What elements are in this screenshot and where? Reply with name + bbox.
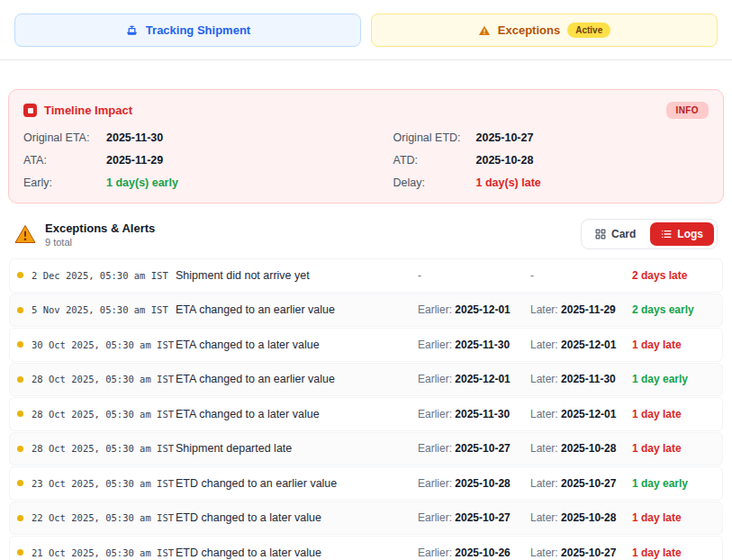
log-earlier-value: 2025-10-28	[455, 477, 510, 490]
field-label: Original ETA:	[23, 131, 106, 144]
log-later-value: 2025-11-29	[561, 303, 616, 316]
log-description: ETA changed to a later value	[176, 408, 418, 420]
log-later: Later: 2025-11-29	[530, 303, 632, 316]
log-row[interactable]: 21 Oct 2025, 05:30 am ISTETD changed to …	[9, 536, 723, 560]
log-later-label: Later:	[530, 442, 561, 455]
section-divider	[0, 59, 732, 60]
log-later: Later: 2025-12-01	[530, 339, 632, 351]
log-status: 1 day late	[632, 408, 715, 420]
log-status: 1 day late	[632, 442, 715, 455]
field-value: 1 day(s) early	[106, 176, 178, 189]
log-earlier-value: 2025-10-27	[455, 442, 510, 455]
card-view-label: Card	[611, 228, 636, 240]
timeline-field: Original ETD:2025-10-27	[393, 131, 709, 144]
ship-icon	[125, 23, 139, 37]
list-icon	[661, 229, 672, 239]
log-description: ETA changed to a later value	[176, 339, 418, 351]
log-earlier-label: Earlier:	[418, 546, 455, 559]
log-row[interactable]: 28 Oct 2025, 05:30 am ISTShipment depart…	[9, 432, 723, 466]
warning-icon	[478, 24, 491, 37]
log-later-value: 2025-12-01	[561, 408, 616, 420]
log-later-label: Later:	[530, 477, 561, 490]
timeline-impact-icon	[23, 104, 37, 117]
status-dot-icon	[17, 549, 23, 555]
tab-exceptions[interactable]: Exceptions Active	[371, 14, 718, 47]
log-earlier-label: Earlier:	[418, 373, 455, 385]
log-description: ETA changed to an earlier value	[176, 373, 418, 385]
log-row[interactable]: 22 Oct 2025, 05:30 am ISTETD changed to …	[9, 501, 723, 536]
log-description: ETD changed to a later value	[176, 546, 418, 559]
log-timestamp: 21 Oct 2025, 05:30 am IST	[32, 547, 176, 558]
log-row[interactable]: 23 Oct 2025, 05:30 am ISTETD changed to …	[9, 466, 723, 501]
log-status: 1 day late	[632, 339, 715, 351]
log-later: Later: 2025-11-30	[530, 373, 632, 385]
tab-tracking-shipment[interactable]: Tracking Shipment	[14, 14, 361, 47]
info-badge: INFO	[666, 102, 709, 119]
log-timestamp: 2 Dec 2025, 05:30 am IST	[32, 270, 176, 281]
log-later-label: Later:	[530, 373, 561, 385]
log-row[interactable]: 28 Oct 2025, 05:30 am ISTETA changed to …	[9, 363, 723, 397]
log-description: ETD changed to an earlier value	[176, 477, 418, 490]
status-dot-icon	[17, 272, 23, 278]
log-row[interactable]: 30 Oct 2025, 05:30 am ISTETA changed to …	[9, 328, 723, 362]
log-description: Shipment did not arrive yet	[176, 269, 418, 282]
log-later: Later: 2025-10-27	[530, 546, 632, 559]
field-value: 2025-10-28	[476, 154, 534, 167]
log-later-label: Later:	[530, 339, 561, 351]
view-tabbar: Tracking Shipment Exceptions Active	[0, 0, 732, 59]
log-earlier: Earlier: 2025-12-01	[418, 303, 530, 316]
grid-icon	[595, 229, 606, 239]
status-dot-icon	[17, 515, 23, 521]
log-timestamp: 23 Oct 2025, 05:30 am IST	[32, 478, 176, 489]
status-dot-icon	[17, 411, 23, 417]
log-earlier-label: Earlier:	[418, 442, 455, 455]
view-toggle: Card Logs	[581, 219, 718, 249]
alerts-count: 9 total	[45, 237, 155, 248]
log-later-label: Later:	[530, 511, 561, 524]
card-view-button[interactable]: Card	[584, 222, 646, 246]
log-later-label: Later:	[530, 546, 561, 559]
log-earlier-value: 2025-11-30	[455, 408, 510, 420]
log-later-value: 2025-12-01	[561, 339, 616, 351]
log-earlier-label: Earlier:	[418, 511, 455, 524]
logs-view-button[interactable]: Logs	[650, 222, 714, 246]
log-timestamp: 28 Oct 2025, 05:30 am IST	[32, 374, 176, 384]
timeline-field: ATD:2025-10-28	[393, 154, 709, 167]
log-status: 1 day late	[632, 546, 715, 559]
field-label: ATD:	[393, 154, 476, 167]
field-value: 2025-11-30	[106, 131, 163, 144]
log-later-value: 2025-10-27	[561, 546, 616, 559]
log-later-value: 2025-10-28	[561, 511, 616, 524]
field-label: Original ETD:	[393, 131, 476, 144]
warning-triangle-icon	[14, 224, 36, 244]
field-value: 2025-10-27	[476, 131, 534, 144]
log-row[interactable]: 5 Nov 2025, 05:30 am ISTETA changed to a…	[9, 294, 723, 328]
log-earlier-label: Earlier:	[418, 477, 455, 490]
log-earlier: Earlier: 2025-11-30	[418, 408, 530, 420]
status-dot-icon	[17, 341, 23, 348]
log-later-label: Later:	[530, 408, 561, 420]
log-earlier: Earlier: 2025-10-27	[418, 511, 530, 524]
status-dot-icon	[17, 480, 23, 486]
log-later: Later: 2025-10-28	[530, 442, 632, 455]
log-row[interactable]: 28 Oct 2025, 05:30 am ISTETA changed to …	[9, 397, 723, 431]
timeline-impact-card: Timeline Impact INFO Original ETA:2025-1…	[8, 89, 724, 203]
log-later: Later: 2025-10-27	[530, 477, 632, 490]
log-row[interactable]: 2 Dec 2025, 05:30 am ISTShipment did not…	[9, 258, 723, 293]
log-status: 2 days early	[632, 303, 715, 316]
field-label: Delay:	[393, 176, 476, 189]
log-description: ETA changed to an earlier value	[176, 303, 418, 316]
log-later: -	[530, 269, 632, 282]
timeline-field: Delay:1 day(s) late	[393, 176, 709, 189]
field-value: 1 day(s) late	[476, 176, 541, 189]
log-earlier: Earlier: 2025-10-27	[418, 442, 530, 455]
log-earlier-label: Earlier:	[418, 339, 455, 351]
log-description: ETD changed to a later value	[176, 511, 418, 524]
log-list: 2 Dec 2025, 05:30 am ISTShipment did not…	[9, 258, 723, 560]
log-status: 2 days late	[632, 269, 715, 282]
tab-tracking-label: Tracking Shipment	[146, 23, 250, 37]
tab-exceptions-label: Exceptions	[498, 23, 560, 37]
timeline-impact-title: Timeline Impact	[44, 104, 659, 117]
log-timestamp: 28 Oct 2025, 05:30 am IST	[32, 409, 176, 420]
log-earlier-value: 2025-11-30	[455, 339, 510, 351]
